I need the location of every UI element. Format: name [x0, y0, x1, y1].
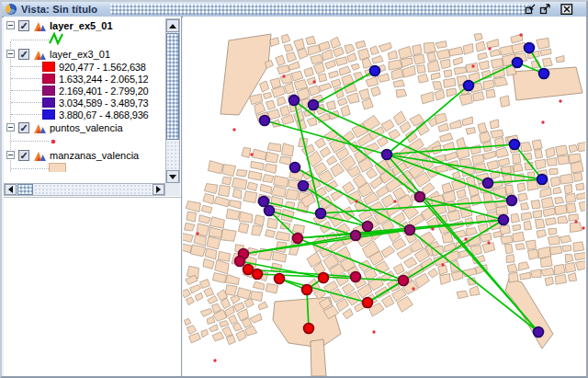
expander-icon[interactable] — [6, 123, 15, 132]
layer-tree: ✓layer_ex5_01✓layer_ex3_01920,477 - 1.56… — [4, 17, 165, 172]
tree-connector — [11, 168, 49, 169]
expander-icon[interactable] — [6, 151, 15, 159]
table-of-contents: ✓layer_ex5_01✓layer_ex3_01920,477 - 1.56… — [4, 17, 182, 376]
legend-entry: 1.633,244 - 2.065,12 — [4, 73, 165, 85]
layer-icon — [33, 19, 47, 31]
layer-symbol-row — [4, 33, 165, 47]
layer-checkbox[interactable]: ✓ — [18, 150, 29, 161]
vista-window: Vista: Sin título ✓layer_ex5_01 — [0, 0, 588, 378]
legend-entry: 920,477 - 1.562,638 — [4, 61, 165, 73]
toc-vertical-scrollbar[interactable] — [165, 18, 180, 184]
tree-connector — [11, 78, 42, 79]
legend-entry: 3.034,589 - 3.489,73 — [4, 97, 165, 109]
layer-label[interactable]: layer_ex5_01 — [50, 20, 113, 31]
map-view[interactable] — [183, 17, 586, 376]
layer-label[interactable]: manzanas_valencia — [50, 150, 139, 161]
legend-label: 1.633,244 - 2.065,12 — [59, 74, 149, 85]
legend-entry: 3.880,67 - 4.868,936 — [4, 109, 165, 120]
tree-connector — [11, 114, 42, 115]
layer-symbol-row — [4, 134, 165, 148]
city-blocks-layer — [183, 33, 585, 376]
maximize-icon[interactable] — [539, 4, 551, 15]
toc-scrollpane: ✓layer_ex5_01✓layer_ex3_01920,477 - 1.56… — [4, 17, 181, 198]
layer-icon — [33, 149, 47, 161]
layer-symbol-row — [4, 162, 165, 172]
scroll-right-button[interactable] — [153, 184, 164, 195]
fill-symbol — [49, 163, 66, 173]
toc-horizontal-scrollbar[interactable] — [4, 183, 165, 196]
layer-row-layer_ex5_01[interactable]: ✓layer_ex5_01 — [4, 17, 165, 33]
layer-checkbox[interactable]: ✓ — [18, 122, 29, 133]
tree-connector — [11, 141, 49, 142]
scroll-down-button[interactable] — [166, 170, 179, 183]
legend-swatch — [42, 109, 55, 120]
close-icon[interactable] — [560, 4, 573, 15]
window-titlebar[interactable]: Vista: Sin título — [2, 2, 586, 17]
scrollbar-corner — [165, 183, 180, 196]
layer-label[interactable]: layer_ex3_01 — [50, 49, 110, 60]
horizontal-scroll-thumb[interactable] — [17, 184, 33, 195]
layer-row-layer_ex3_01[interactable]: ✓layer_ex3_01 — [4, 47, 165, 61]
layer-icon — [33, 48, 47, 60]
titlebar-texture — [110, 4, 529, 15]
legend-swatch — [42, 97, 55, 108]
layer-row-manzanas_valencia[interactable]: ✓manzanas_valencia — [4, 148, 165, 162]
vertical-scroll-thumb[interactable] — [166, 33, 179, 140]
scroll-left-button[interactable] — [5, 184, 17, 195]
legend-entry: 2.169,401 - 2.799,20 — [4, 85, 165, 97]
layer-row-puntos_valencia[interactable]: ✓puntos_valencia — [4, 120, 165, 134]
window-title: Vista: Sin título — [21, 4, 97, 15]
expander-icon[interactable] — [6, 50, 15, 58]
line-symbol — [49, 32, 64, 49]
legend-swatch — [42, 74, 55, 84]
map-canvas[interactable] — [183, 17, 585, 376]
tree-connector — [11, 102, 42, 103]
layer-label[interactable]: puntos_valencia — [50, 122, 123, 133]
tree-connector — [11, 66, 42, 67]
legend-swatch — [42, 86, 55, 96]
tree-connector — [11, 40, 49, 40]
expander-icon[interactable] — [6, 21, 15, 29]
legend-label: 3.880,67 - 4.868,936 — [59, 109, 149, 120]
legend-label: 920,477 - 1.562,638 — [59, 62, 146, 73]
layer-icon — [33, 121, 47, 133]
layer-checkbox[interactable]: ✓ — [18, 20, 29, 31]
scroll-up-button[interactable] — [166, 19, 179, 32]
legend-swatch — [42, 62, 55, 72]
legend-label: 2.169,401 - 2.799,20 — [59, 86, 149, 97]
point-symbol — [49, 133, 58, 150]
legend-label: 3.034,589 - 3.489,73 — [59, 97, 149, 109]
layer-checkbox[interactable]: ✓ — [18, 49, 29, 60]
tree-connector — [11, 90, 42, 91]
minimize-icon[interactable] — [525, 4, 537, 15]
gvsig-view-icon — [6, 4, 17, 15]
